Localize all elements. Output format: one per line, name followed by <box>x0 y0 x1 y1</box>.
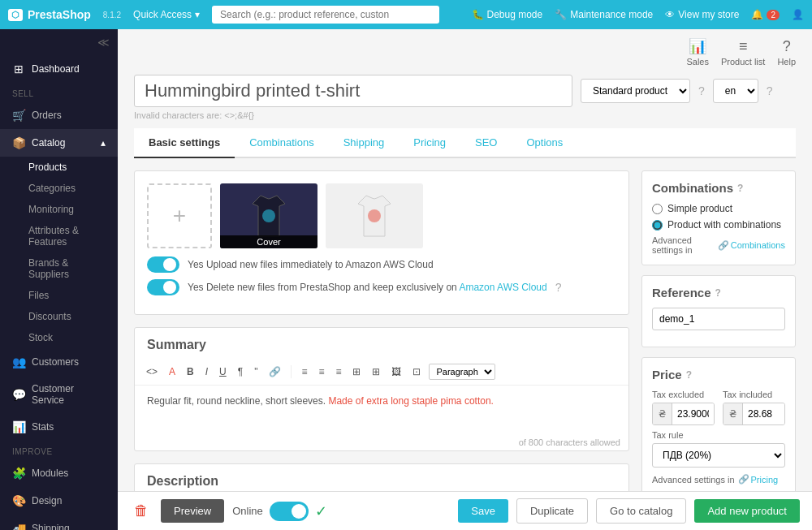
sidebar-sub-monitoring[interactable]: Monitoring <box>0 199 118 220</box>
upload-toggle-label: Yes Upload new files immediately to Amaz… <box>188 259 434 270</box>
product-list-icon-item[interactable]: ≡ Product list <box>721 38 765 67</box>
delete-button[interactable]: 🗑 <box>130 498 153 524</box>
editor-align-btn[interactable]: ≡ <box>298 364 310 379</box>
search-bar[interactable] <box>212 6 439 24</box>
online-switch[interactable] <box>270 502 309 521</box>
tab-options[interactable]: Options <box>512 128 577 158</box>
product-title-input[interactable] <box>134 75 572 107</box>
combinations-link[interactable]: 🔗 Combinations <box>718 240 785 251</box>
sidebar-item-modules[interactable]: 🧩 Modules <box>0 459 118 487</box>
sidebar-item-dashboard[interactable]: ⊞ Dashboard <box>0 55 118 83</box>
product-type-help-icon[interactable]: ? <box>698 84 705 97</box>
tab-pricing[interactable]: Pricing <box>399 128 460 158</box>
editor-indent-btn[interactable]: ≡ <box>332 364 344 379</box>
notifications-item[interactable]: 🔔 2 <box>751 9 780 20</box>
layout: ≪ ⊞ Dashboard SELL 🛒 Orders 📦 Catalog ▴ … <box>0 29 812 530</box>
editor-color-btn[interactable]: A <box>166 364 179 379</box>
sidebar-item-customer-service[interactable]: 💬 Customer Service <box>0 376 118 413</box>
sales-icon-item[interactable]: 📊 Sales <box>686 37 709 67</box>
reference-help-icon[interactable]: ? <box>715 287 721 299</box>
sidebar-item-customers[interactable]: 👥 Customers <box>0 348 118 376</box>
upload-toggle[interactable] <box>147 256 179 273</box>
user-profile-item[interactable]: 👤 <box>792 9 804 20</box>
simple-product-radio[interactable] <box>652 204 663 214</box>
pricing-link[interactable]: 🔗 Pricing <box>738 474 779 485</box>
editor-code-btn[interactable]: <> <box>143 364 161 379</box>
image-add-button[interactable]: + <box>147 183 212 248</box>
tab-seo[interactable]: SEO <box>460 128 512 158</box>
summary-content[interactable]: Regular fit, round neckline, short sleev… <box>135 386 628 434</box>
lang-help-icon[interactable]: ? <box>767 84 773 97</box>
sidebar-sub-attributes[interactable]: Attributes & Features <box>0 220 118 252</box>
combinations-radio[interactable] <box>652 220 663 231</box>
product-type-dropdown[interactable]: Standard product <box>581 79 690 103</box>
sidebar-sub-stock[interactable]: Stock <box>0 327 118 348</box>
editor-table2-btn[interactable]: ⊞ <box>369 364 383 379</box>
upload-toggle-slider <box>147 256 179 273</box>
editor-media-btn[interactable]: ⊡ <box>409 364 424 379</box>
editor-bold-btn[interactable]: B <box>184 364 197 379</box>
tax-included-currency: ₴ <box>723 403 743 424</box>
editor-format-select[interactable]: Paragraph <box>429 364 495 380</box>
delete-toggle-help[interactable]: ? <box>555 281 562 294</box>
debug-mode-item[interactable]: 🐛 Debug mode <box>472 9 543 20</box>
design-icon: 🎨 <box>12 494 25 507</box>
editor-underline-btn[interactable]: U <box>216 364 230 379</box>
stats-icon: 📊 <box>12 420 25 433</box>
customer-service-icon: 💬 <box>12 388 25 401</box>
combinations-panel: Combinations ? Simple product Product wi… <box>641 170 796 265</box>
help-icon-item[interactable]: ? Help <box>777 38 796 67</box>
upload-toggle-row: Yes Upload new files immediately to Amaz… <box>147 256 616 273</box>
help-icon: ? <box>783 38 791 55</box>
online-toggle-group: Online ✓ <box>232 502 327 521</box>
editor-image-btn[interactable]: 🖼 <box>388 364 404 379</box>
sidebar-sub-discounts[interactable]: Discounts <box>0 306 118 327</box>
sidebar-item-orders[interactable]: 🛒 Orders <box>0 101 118 129</box>
language-dropdown[interactable]: en <box>713 79 758 103</box>
image-thumb-1[interactable]: Cover <box>220 183 317 248</box>
tax-excluded-input[interactable] <box>672 403 714 424</box>
duplicate-button[interactable]: Duplicate <box>516 498 588 524</box>
delete-toggle[interactable] <box>147 279 179 295</box>
combinations-link-text: Combinations <box>731 240 785 250</box>
quick-access-menu[interactable]: Quick Access ▾ <box>133 9 200 20</box>
sidebar-toggle[interactable]: ≪ <box>0 29 118 55</box>
sidebar-sub-brands[interactable]: Brands & Suppliers <box>0 252 118 285</box>
product-type-select[interactable]: Standard product <box>581 79 690 103</box>
reference-input[interactable] <box>652 308 785 330</box>
go-to-catalog-button[interactable]: Go to catalog <box>596 498 686 524</box>
sidebar-sub-products[interactable]: Products <box>0 157 118 178</box>
save-button[interactable]: Save <box>458 499 508 523</box>
price-help-icon[interactable]: ? <box>686 369 692 381</box>
sidebar-sub-files[interactable]: Files <box>0 285 118 306</box>
add-new-product-button[interactable]: Add new product <box>694 499 800 523</box>
editor-table-btn[interactable]: ⊞ <box>349 364 364 379</box>
sidebar-sub-categories[interactable]: Categories <box>0 178 118 199</box>
tab-shipping[interactable]: Shipping <box>329 128 400 158</box>
editor-quote-btn[interactable]: " <box>251 364 261 379</box>
combinations-help-icon[interactable]: ? <box>737 183 743 194</box>
tax-rule-select[interactable]: ПДВ (20%) <box>652 443 785 468</box>
editor-list-btn[interactable]: ≡ <box>315 364 327 379</box>
tab-basic-settings[interactable]: Basic settings <box>134 128 235 158</box>
language-select[interactable]: en <box>713 79 758 103</box>
combinations-radio-row: Product with combinations <box>652 219 785 231</box>
editor-paragraph-btn[interactable]: ¶ <box>235 364 246 379</box>
view-store-item[interactable]: 👁 View my store <box>665 9 739 20</box>
external-link-icon: 🔗 <box>718 240 729 251</box>
sidebar-item-shipping[interactable]: 🚚 Shipping <box>0 515 118 530</box>
editor-link-btn[interactable]: 🔗 <box>266 364 284 379</box>
sidebar-item-stats[interactable]: 📊 Stats <box>0 413 118 441</box>
image-thumb-2[interactable] <box>326 183 423 248</box>
sidebar-item-design[interactable]: 🎨 Design <box>0 487 118 515</box>
maintenance-mode-item[interactable]: 🔧 Maintenance mode <box>555 9 653 20</box>
search-input[interactable] <box>212 6 439 24</box>
sidebar-item-catalog[interactable]: 📦 Catalog ▴ <box>0 129 118 157</box>
preview-button[interactable]: Preview <box>161 499 224 523</box>
top-toolbar: 📊 Sales ≡ Product list ? Help <box>118 29 812 67</box>
tab-combinations[interactable]: Combinations <box>235 128 329 158</box>
stats-label: Stats <box>32 421 54 433</box>
tax-included-input[interactable] <box>743 403 784 424</box>
editor-italic-btn[interactable]: I <box>202 364 211 379</box>
bell-icon: 🔔 <box>751 9 763 20</box>
